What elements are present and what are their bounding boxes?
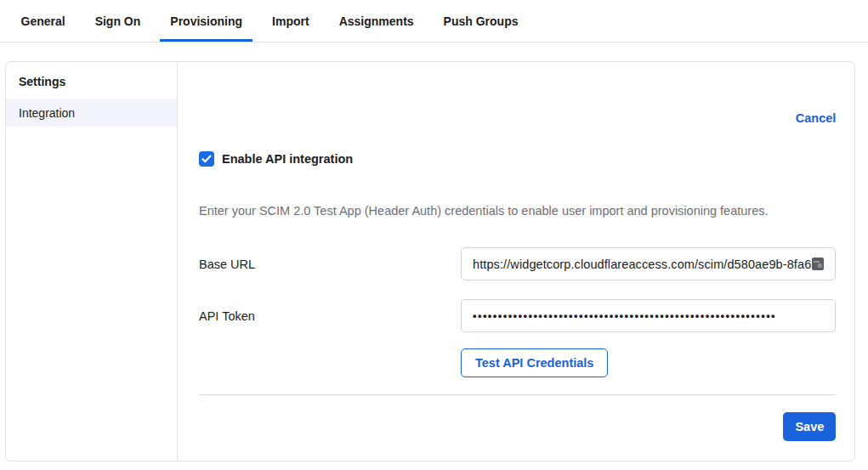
sidebar-item-integration[interactable]: Integration xyxy=(6,99,177,127)
base-url-label: Base URL xyxy=(199,258,461,271)
base-url-value: https://widgetcorp.cloudflareaccess.com/… xyxy=(473,258,811,271)
checkmark-icon xyxy=(201,155,212,163)
tab-sign-on[interactable]: Sign On xyxy=(85,0,151,42)
tab-import[interactable]: Import xyxy=(262,0,320,42)
save-button[interactable]: Save xyxy=(783,412,836,441)
test-api-credentials-button[interactable]: Test API Credentials xyxy=(461,348,608,377)
tab-assignments[interactable]: Assignments xyxy=(329,0,424,42)
app-tabbar: General Sign On Provisioning Import Assi… xyxy=(0,0,868,42)
provisioning-panel: Settings Integration Cancel Enable API i… xyxy=(5,61,855,462)
api-token-masked-value: ••••••••••••••••••••••••••••••••••••••••… xyxy=(473,309,776,322)
base-url-input[interactable]: https://widgetcorp.cloudflareaccess.com/… xyxy=(461,247,836,280)
text-cursor-icon xyxy=(812,258,824,270)
tab-provisioning[interactable]: Provisioning xyxy=(160,0,252,42)
enable-api-label: Enable API integration xyxy=(222,152,353,166)
base-url-row: Base URL https://widgetcorp.cloudflareac… xyxy=(199,247,836,280)
enable-api-row: Enable API integration xyxy=(199,151,836,167)
api-token-input[interactable]: ••••••••••••••••••••••••••••••••••••••••… xyxy=(461,299,836,332)
save-row: Save xyxy=(199,412,836,441)
enable-api-checkbox[interactable] xyxy=(199,151,214,167)
settings-sidebar: Settings Integration xyxy=(6,62,178,461)
sidebar-header: Settings xyxy=(6,62,177,99)
tab-push-groups[interactable]: Push Groups xyxy=(434,0,529,42)
tab-general[interactable]: General xyxy=(11,0,76,42)
cancel-row: Cancel xyxy=(199,111,836,127)
credentials-description: Enter your SCIM 2.0 Test App (Header Aut… xyxy=(199,203,836,218)
integration-settings-content: Cancel Enable API integration Enter your… xyxy=(178,62,855,461)
test-credentials-row: Test API Credentials xyxy=(199,348,836,377)
api-token-row: API Token ••••••••••••••••••••••••••••••… xyxy=(199,299,836,332)
cancel-button[interactable]: Cancel xyxy=(796,111,837,125)
api-token-label: API Token xyxy=(199,309,461,323)
footer-divider xyxy=(199,394,836,395)
